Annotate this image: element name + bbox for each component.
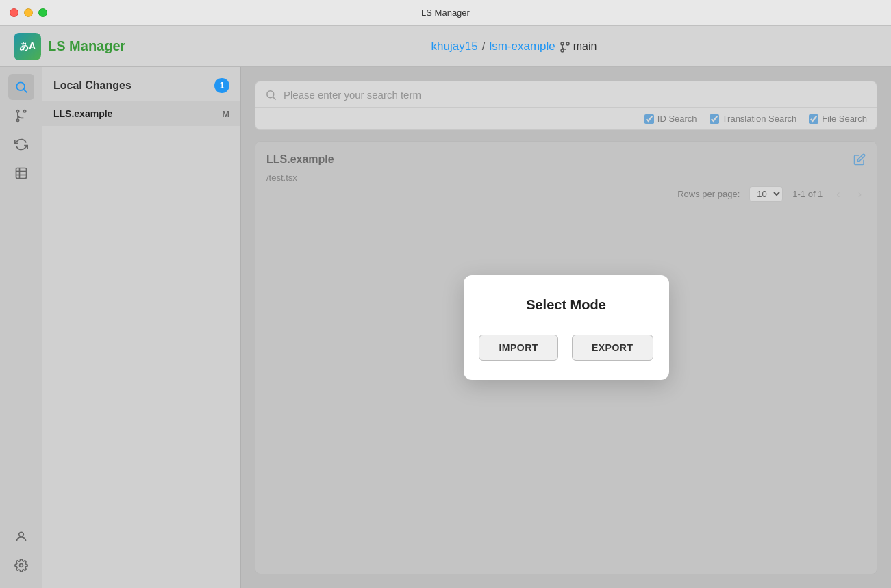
app-title: LS Manager: [48, 38, 125, 54]
svg-line-5: [23, 90, 27, 93]
minimize-button[interactable]: [24, 8, 33, 17]
svg-point-6: [16, 110, 18, 112]
header-center: khujay15 / lsm-example main: [151, 40, 877, 53]
svg-point-7: [23, 110, 25, 112]
svg-point-4: [16, 82, 25, 90]
sidebar-item-refresh[interactable]: [8, 131, 34, 157]
sidebar-icons-bottom: [8, 524, 34, 588]
file-panel: Local Changes 1 LLS.example M: [42, 67, 241, 588]
file-item-status-badge: M: [222, 109, 229, 119]
sidebar-item-search[interactable]: [8, 74, 34, 100]
file-item-name: LLS.example: [53, 108, 112, 119]
repo-name[interactable]: lsm-example: [489, 40, 555, 53]
sidebar-icons: [0, 67, 42, 588]
file-panel-header: Local Changes 1: [42, 67, 240, 101]
repo-user[interactable]: khujay15: [431, 40, 478, 53]
file-panel-title: Local Changes: [53, 79, 131, 92]
branch-label: main: [573, 40, 597, 53]
svg-rect-10: [16, 168, 26, 179]
sidebar-item-git[interactable]: [8, 103, 34, 129]
traffic-lights: [10, 8, 47, 17]
branch-icon: [560, 40, 570, 52]
close-button[interactable]: [10, 8, 18, 17]
app-header: あA LS Manager khujay15 / lsm-example mai…: [0, 26, 891, 67]
modal-overlay: Select Mode IMPORT EXPORT: [241, 67, 891, 588]
modal-buttons: IMPORT EXPORT: [479, 335, 653, 361]
svg-point-0: [561, 42, 564, 45]
svg-point-8: [16, 119, 18, 121]
sidebar-item-settings[interactable]: [8, 552, 34, 578]
svg-point-1: [566, 42, 569, 45]
svg-point-15: [19, 564, 23, 567]
window-title: LS Manager: [421, 8, 470, 18]
sidebar-item-user[interactable]: [8, 524, 34, 550]
repo-separator: /: [482, 40, 486, 53]
app-logo-icon: あA: [14, 33, 41, 60]
title-bar: LS Manager: [0, 0, 891, 26]
branch-area: main: [560, 40, 597, 52]
file-item[interactable]: LLS.example M: [42, 101, 240, 126]
export-button[interactable]: EXPORT: [572, 335, 653, 361]
modal-dialog: Select Mode IMPORT EXPORT: [464, 275, 669, 380]
svg-point-14: [18, 532, 23, 537]
content-area: ID Search Translation Search File Search…: [241, 67, 891, 588]
svg-point-2: [561, 49, 564, 52]
modal-title: Select Mode: [526, 297, 606, 313]
app-logo-area: あA LS Manager: [14, 33, 151, 60]
file-panel-badge: 1: [214, 78, 229, 93]
import-button[interactable]: IMPORT: [479, 335, 557, 361]
sidebar-item-table[interactable]: [8, 160, 34, 186]
maximize-button[interactable]: [38, 8, 47, 17]
main-layout: Local Changes 1 LLS.example M: [0, 67, 891, 588]
